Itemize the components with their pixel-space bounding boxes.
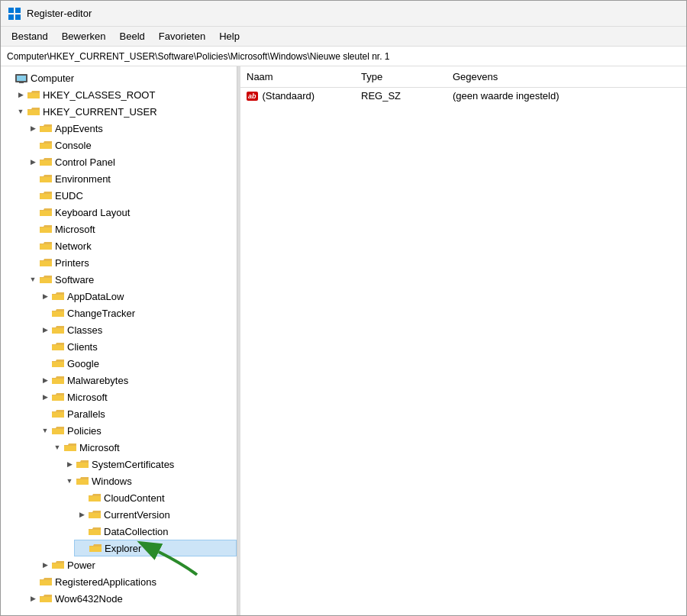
tree-label-hkcu: HKEY_CURRENT_USER: [43, 106, 157, 118]
tree-item-systemcertificates[interactable]: ▶ SystemCertificates: [62, 456, 237, 472]
folder-icon-datacollection: [88, 526, 102, 537]
folder-icon-changetracker: [51, 308, 65, 318]
title-bar: Register-editor: [1, 1, 686, 27]
folder-icon-registeredapplications: [39, 576, 53, 587]
menu-favorieten[interactable]: Favorieten: [153, 29, 211, 44]
tree-label-appevents: AppEvents: [55, 123, 103, 134]
tree-item-controlpanel[interactable]: ▶ Control Panel: [25, 153, 237, 170]
tree-item-network[interactable]: Network: [25, 237, 237, 254]
folder-icon-microsoft3: [63, 442, 77, 453]
address-bar: Computer\HKEY_CURRENT_USER\Software\Poli…: [1, 47, 686, 66]
folder-icon-power: [51, 560, 65, 570]
tree-item-datacollection[interactable]: DataCollection: [74, 523, 237, 540]
folder-icon-software: [39, 274, 53, 285]
detail-pane: Naam Type Gegevens ab (Standaard) REG_SZ…: [240, 66, 686, 615]
folder-icon-microsoft1: [39, 224, 53, 234]
folder-icon-parallels: [51, 408, 65, 419]
tree-label-environment: Environment: [55, 173, 111, 185]
tree-item-changetracker[interactable]: ChangeTracker: [37, 305, 237, 321]
expand-icon-hkcu: ▼: [15, 105, 27, 118]
tree-item-parallels[interactable]: Parallels: [37, 405, 237, 422]
tree-item-keyboardlayout[interactable]: Keyboard Layout: [25, 204, 237, 221]
expand-icon-systemcertificates: ▶: [63, 458, 76, 470]
tree-label-eudc: EUDC: [55, 190, 83, 202]
tree-label-appdatalow: AppDataLow: [67, 291, 124, 302]
menu-help[interactable]: Help: [213, 29, 246, 44]
expand-icon-controlpanel: ▶: [27, 156, 39, 168]
expand-icon-policies: ▼: [39, 424, 51, 437]
svg-rect-1: [15, 8, 21, 13]
tree-label-systemcertificates: SystemCertificates: [92, 459, 174, 470]
expand-icon-windows: ▼: [63, 475, 76, 487]
tree-label-controlpanel: Control Panel: [55, 156, 115, 168]
folder-icon-hkcr: [27, 89, 40, 100]
computer-icon: [15, 73, 28, 83]
tree-item-registeredapplications[interactable]: RegisteredApplications: [25, 573, 237, 590]
expand-icon-software: ▼: [27, 273, 39, 285]
folder-icon-malwarebytes: [51, 375, 65, 385]
svg-rect-5: [17, 76, 26, 81]
tree-item-policies[interactable]: ▼ Policies: [37, 422, 237, 439]
tree-label-changetracker: ChangeTracker: [67, 308, 135, 319]
tree-item-console[interactable]: Console: [25, 137, 237, 153]
tree-pane[interactable]: Computer ▶ HKEY_CLASSES_ROOT ▼ HKEY_CURR…: [1, 66, 237, 615]
title-bar-text: Register-editor: [27, 8, 92, 19]
tree-item-microsoft2[interactable]: ▶ Microsoft: [37, 389, 237, 405]
tree-label-microsoft2: Microsoft: [67, 392, 108, 403]
tree-label-power: Power: [67, 560, 95, 571]
tree-label-malwarebytes: Malwarebytes: [67, 375, 128, 386]
expand-icon-malwarebytes: ▶: [39, 374, 51, 386]
menu-bewerken[interactable]: Bewerken: [56, 29, 112, 44]
tree-item-environment[interactable]: Environment: [25, 170, 237, 187]
folder-icon-hkcu: [27, 106, 40, 117]
tree-item-computer[interactable]: Computer: [1, 69, 237, 86]
folder-icon-microsoft2: [51, 392, 65, 402]
tree-label-microsoft1: Microsoft: [55, 224, 95, 235]
address-path: Computer\HKEY_CURRENT_USER\Software\Poli…: [7, 51, 390, 62]
tree-item-malwarebytes[interactable]: ▶ Malwarebytes: [37, 372, 237, 389]
tree-item-windows[interactable]: ▼ Windows: [62, 472, 237, 489]
tree-item-explorer[interactable]: Explorer: [74, 540, 237, 556]
expand-icon-classes: ▶: [39, 324, 51, 336]
tree-label-wow6432node: Wow6432Node: [55, 593, 123, 605]
tree-item-printers[interactable]: Printers: [25, 254, 237, 271]
svg-rect-2: [8, 15, 14, 20]
col-header-naam: Naam: [240, 69, 355, 84]
folder-icon-classes: [51, 324, 65, 335]
tree-item-microsoft1[interactable]: Microsoft: [25, 221, 237, 237]
expand-icon-computer: [2, 72, 15, 84]
tree-item-hkcr[interactable]: ▶ HKEY_CLASSES_ROOT: [13, 86, 237, 103]
tree-item-cloudcontent[interactable]: CloudContent: [74, 489, 237, 506]
menu-bar: Bestand Bewerken Beeld Favorieten Help: [1, 27, 686, 47]
tree-item-google[interactable]: Google: [37, 355, 237, 372]
tree-item-classes[interactable]: ▶ Classes: [37, 321, 237, 338]
tree-label-clients: Clients: [67, 341, 98, 353]
tree-label-classes: Classes: [67, 324, 102, 336]
col-header-type: Type: [355, 69, 447, 84]
registry-editor-window: Register-editor Bestand Bewerken Beeld F…: [0, 0, 687, 616]
expand-icon-appevents: ▶: [27, 122, 39, 134]
menu-beeld[interactable]: Beeld: [114, 29, 151, 44]
col-header-gegevens: Gegevens: [447, 69, 686, 84]
tree-item-currentversion[interactable]: ▶ CurrentVersion: [74, 506, 237, 523]
detail-row-standaard[interactable]: ab (Standaard) REG_SZ (geen waarde inges…: [240, 88, 686, 104]
menu-bestand[interactable]: Bestand: [5, 29, 54, 44]
tree-item-wow6432node[interactable]: ▶ Wow6432Node: [25, 590, 237, 607]
tree-label-google: Google: [67, 358, 99, 369]
tree-label-console: Console: [55, 140, 92, 151]
tree-label-cloudcontent: CloudContent: [104, 492, 165, 504]
tree-label-computer: Computer: [31, 73, 74, 84]
svg-rect-6: [19, 82, 24, 83]
tree-label-printers: Printers: [55, 257, 89, 269]
tree-item-software[interactable]: ▼ Software: [25, 271, 237, 288]
expand-icon-currentversion: ▶: [76, 508, 88, 521]
tree-item-power[interactable]: ▶ Power: [37, 556, 237, 573]
tree-item-appdatalow[interactable]: ▶ AppDataLow: [37, 288, 237, 305]
tree-item-eudc[interactable]: EUDC: [25, 187, 237, 204]
tree-item-hkcu[interactable]: ▼ HKEY_CURRENT_USER: [13, 103, 237, 120]
tree-item-appevents[interactable]: ▶ AppEvents: [25, 120, 237, 137]
folder-icon-appdatalow: [51, 291, 65, 302]
tree-item-clients[interactable]: Clients: [37, 338, 237, 355]
svg-rect-3: [15, 15, 21, 20]
tree-item-microsoft3[interactable]: ▼ Microsoft: [50, 439, 237, 456]
